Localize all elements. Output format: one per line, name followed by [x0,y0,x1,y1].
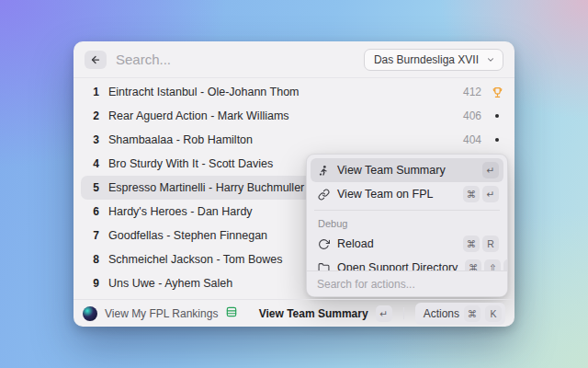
key-return: ↵ [482,186,499,202]
menu-divider [314,210,500,211]
actions-search [307,270,507,296]
footer-source-label: View My FPL Rankings [105,307,218,320]
menu-item-label: View Team Summary [337,164,446,177]
primary-action-label[interactable]: View Team Summary [259,307,368,320]
shortcut-keys: ⌘ ↵ [463,186,499,202]
score-value: 404 [463,133,481,146]
key-shift: ⇧ [484,259,501,270]
team-name: Bro Sturdy With It - Scott Davies [108,157,273,170]
arrow-left-icon [90,54,101,65]
key-k: K [485,305,502,322]
rank-number: 2 [86,109,99,122]
rank-number: 4 [86,157,99,170]
key-return: ↵ [482,162,499,178]
key-cmd: ⌘ [463,236,480,252]
shortcut-keys: ↵ [482,162,499,178]
league-dropdown[interactable]: Das Burndesliga XVII [364,49,503,71]
trophy-icon [491,86,503,98]
menu-section-label: Debug [311,214,503,232]
team-name: Rear Aguerd Action - Mark Williams [108,109,289,122]
footer-divider [403,307,404,319]
back-button[interactable] [85,51,107,69]
score-value: 406 [463,109,481,122]
search-input[interactable] [116,52,355,67]
key-s: S [503,259,507,270]
rank-number: 1 [86,86,99,98]
fpl-app-icon [83,306,97,321]
shortcut-keys: ⌘ ⇧ S [465,259,507,270]
team-name: Schmeichel Jackson - Tom Bowes [108,253,282,266]
actions-menu: View Team Summary ↵ View Team on FPL ⌘ ↵… [306,154,508,297]
menu-item-view-team-summary[interactable]: View Team Summary ↵ [311,158,503,182]
rank-number: 7 [86,229,99,242]
bullet-dot-icon [491,138,503,142]
actions-button-label: Actions [424,307,459,320]
score-value: 412 [463,86,481,98]
key-cmd: ⌘ [465,259,481,270]
menu-item-view-team-on-fpl[interactable]: View Team on FPL ⌘ ↵ [311,182,503,206]
team-name: Hardy's Heroes - Dan Hardy [108,205,253,218]
raycast-window: Das Burndesliga XVII 1 Eintracht Istanbu… [74,41,514,327]
rank-number: 3 [86,133,99,146]
rank-number: 8 [86,253,99,266]
bullet-dot-icon [491,114,503,118]
footer-bar: View My FPL Rankings View Team Summary ↵… [74,299,514,327]
team-name: Goodfellas - Stephen Finnegan [108,229,267,242]
menu-item-label: Reload [337,237,374,250]
key-cmd: ⌘ [464,305,481,322]
shortcut-keys: ⌘ R [463,236,499,252]
key-r: R [482,236,499,252]
rank-number: 9 [86,277,99,290]
actions-menu-items: View Team Summary ↵ View Team on FPL ⌘ ↵… [307,155,507,270]
header: Das Burndesliga XVII [74,41,514,78]
list-item[interactable]: 3 Shambaalaa - Rob Hamilton 404 [81,128,507,152]
actions-search-input[interactable] [317,278,497,291]
key-cmd: ⌘ [463,186,480,202]
rank-number: 5 [86,181,99,194]
menu-item-label: View Team on FPL [337,188,433,201]
actions-button[interactable]: Actions ⌘ K [415,303,505,325]
league-dropdown-value: Das Burndesliga XVII [374,53,479,66]
menu-item-label: Open Support Directory [337,261,458,270]
key-return: ↵ [376,305,392,322]
rankings-card-icon [225,305,238,322]
list-item[interactable]: 2 Rear Aguerd Action - Mark Williams 406 [81,104,507,128]
folder-icon [317,261,330,270]
reload-icon [317,237,330,250]
chevron-down-icon [486,55,495,64]
rank-number: 6 [86,205,99,218]
list-item[interactable]: 1 Eintracht Istanbul - Ole-Johann Thom 4… [81,80,507,104]
menu-item-reload[interactable]: Reload ⌘ R [311,232,503,256]
team-name: Espresso Martinelli - Harry Buchmuller [108,181,304,194]
team-name: Uns Uwe - Ayhem Saleh [108,277,232,290]
team-name: Eintracht Istanbul - Ole-Johann Thom [108,86,300,98]
menu-item-open-support-directory[interactable]: Open Support Directory ⌘ ⇧ S [311,256,503,270]
link-icon [317,188,330,201]
team-name: Shambaalaa - Rob Hamilton [108,133,253,146]
player-icon [317,164,330,177]
